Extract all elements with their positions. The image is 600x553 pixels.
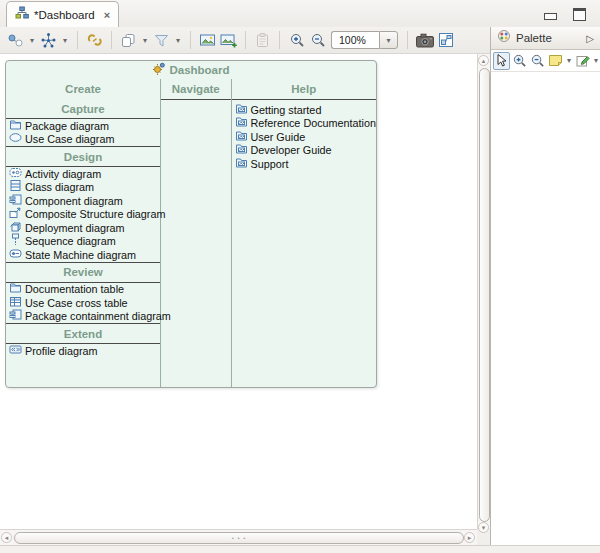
toolbar-separator xyxy=(407,31,408,49)
item-getting-started[interactable]: Getting started xyxy=(232,103,376,117)
toolbar-separator xyxy=(111,31,112,49)
layout-button[interactable] xyxy=(39,30,58,50)
item-package-diagram[interactable]: Package diagram xyxy=(6,119,160,133)
item-composite-structure-diagram[interactable]: Composite Structure diagram xyxy=(6,208,160,222)
palette-header[interactable]: Palette ▷ xyxy=(491,27,600,50)
item-component-diagram[interactable]: Component diagram xyxy=(6,194,160,208)
scroll-up-icon: ▴ xyxy=(482,57,486,64)
component-icon xyxy=(9,307,22,325)
link-button[interactable] xyxy=(85,30,104,50)
palette-zoom-out-button[interactable] xyxy=(529,52,546,70)
item-package-containment-diagram[interactable]: Package containment diagram xyxy=(6,310,160,324)
help-folder-icon xyxy=(235,155,248,173)
use-case-ellipse-icon xyxy=(9,130,22,148)
tab-close-icon[interactable]: × xyxy=(104,9,110,21)
palette-icon xyxy=(497,29,511,47)
item-deployment-diagram[interactable]: Deployment diagram xyxy=(6,221,160,235)
gear-actor-icon xyxy=(152,61,165,79)
extend-section-header: Extend xyxy=(6,323,160,344)
add-image-button[interactable] xyxy=(219,30,238,50)
diagram-overview-button[interactable] xyxy=(436,30,455,50)
copy-button[interactable] xyxy=(119,30,138,50)
item-state-machine-diagram[interactable]: State Machine diagram xyxy=(6,248,160,262)
note-tool-dropdown-icon[interactable]: ▾ xyxy=(565,56,573,65)
scroll-up-button[interactable]: ▴ xyxy=(478,55,489,66)
item-support[interactable]: Support xyxy=(232,157,376,171)
note-tool-button[interactable] xyxy=(547,52,564,70)
horizontal-scrollbar-thumb[interactable]: • • • xyxy=(14,532,464,544)
filter-dropdown-icon[interactable]: ▾ xyxy=(173,36,183,45)
chevron-down-icon: ▾ xyxy=(384,36,394,45)
horizontal-scrollbar[interactable]: ◂ • • • ▸ xyxy=(0,529,477,545)
editor-tab-bar: *Dashboard × xyxy=(0,0,600,27)
arrange-button[interactable] xyxy=(6,30,25,50)
scroll-right-button[interactable]: ▸ xyxy=(464,532,475,543)
text-note-tool-dropdown-icon[interactable]: ▾ xyxy=(592,56,600,65)
design-section-header: Design xyxy=(6,146,160,167)
item-activity-diagram[interactable]: Activity diagram xyxy=(6,167,160,181)
item-documentation-table[interactable]: Documentation table xyxy=(6,283,160,297)
toolbar-separator xyxy=(190,31,191,49)
zoom-level-dropdown-button[interactable]: ▾ xyxy=(379,31,398,49)
dashboard-panel: Dashboard Create Capture Package diagram… xyxy=(5,60,377,388)
dashboard-columns: Create Capture Package diagram Use Case … xyxy=(6,79,376,387)
palette-panel: Palette ▷ ▾ ▾ xyxy=(490,27,600,545)
review-section-header: Review xyxy=(6,262,160,283)
scroll-down-button[interactable]: ▾ xyxy=(478,522,489,533)
profile-diagram-icon xyxy=(9,342,22,360)
create-header: Create xyxy=(6,79,160,99)
window-bottom-strip xyxy=(0,545,600,553)
arrange-dropdown-icon[interactable]: ▾ xyxy=(27,36,37,45)
filter-button[interactable] xyxy=(152,30,171,50)
tab-dashboard[interactable]: *Dashboard × xyxy=(6,1,119,27)
palette-zoom-in-button[interactable] xyxy=(511,52,528,70)
vertical-scrollbar-thumb[interactable] xyxy=(479,68,490,522)
scroll-right-icon: ▸ xyxy=(468,534,472,541)
image-button[interactable] xyxy=(198,30,217,50)
palette-title: Palette xyxy=(516,32,581,44)
item-profile-diagram[interactable]: Profile diagram xyxy=(6,344,160,358)
navigate-header: Navigate xyxy=(161,79,231,100)
snapshot-button[interactable] xyxy=(415,30,434,50)
capture-section-header: Capture xyxy=(6,99,160,119)
zoom-level-value[interactable]: 100% xyxy=(331,31,379,49)
item-sequence-diagram[interactable]: Sequence diagram xyxy=(6,235,160,249)
navigate-column: Navigate xyxy=(161,79,232,387)
zoom-level-combo: 100% ▾ xyxy=(331,31,398,49)
scroll-left-icon: ◂ xyxy=(5,534,9,541)
dashboard-tab-icon xyxy=(15,6,29,24)
palette-tools: ▾ ▾ xyxy=(491,50,600,72)
view-window-controls xyxy=(544,8,586,21)
copy-dropdown-icon[interactable]: ▾ xyxy=(140,36,150,45)
scroll-left-button[interactable]: ◂ xyxy=(1,532,12,543)
diagram-toolbar: ▾ ▾ ▾ ▾ 100% ▾ xyxy=(0,27,490,54)
paste-button-disabled[interactable] xyxy=(253,30,272,50)
dashboard-title: Dashboard xyxy=(169,64,229,76)
create-column: Create Capture Package diagram Use Case … xyxy=(6,79,161,387)
text-note-tool-button[interactable] xyxy=(574,52,591,70)
item-use-case-diagram[interactable]: Use Case diagram xyxy=(6,133,160,147)
help-column: Help Getting started Reference Documenta… xyxy=(232,79,376,387)
application-window: *Dashboard × ▾ ▾ ▾ ▾ 100% ▾ xyxy=(0,0,600,553)
item-class-diagram[interactable]: Class diagram xyxy=(6,181,160,195)
toolbar-separator xyxy=(77,31,78,49)
item-reference-documentation[interactable]: Reference Documentation xyxy=(232,117,376,131)
vertical-scrollbar[interactable]: ▴ ▾ xyxy=(477,54,490,529)
dashboard-title-row: Dashboard xyxy=(6,61,376,79)
minimize-view-button[interactable] xyxy=(544,13,557,20)
layout-dropdown-icon[interactable]: ▾ xyxy=(60,36,70,45)
item-use-case-cross-table[interactable]: Use Case cross table xyxy=(6,296,160,310)
scrollbar-grip: • • • xyxy=(232,535,247,541)
tab-title: *Dashboard xyxy=(34,9,95,21)
diagram-canvas[interactable]: Dashboard Create Capture Package diagram… xyxy=(0,54,477,529)
maximize-view-button[interactable] xyxy=(573,8,586,21)
zoom-out-button[interactable] xyxy=(308,30,327,50)
palette-collapse-icon[interactable]: ▷ xyxy=(586,33,594,44)
zoom-in-button[interactable] xyxy=(287,30,306,50)
scroll-down-icon: ▾ xyxy=(482,524,486,531)
item-user-guide[interactable]: User Guide xyxy=(232,130,376,144)
select-tool-button[interactable] xyxy=(493,52,510,70)
toolbar-separator xyxy=(279,31,280,49)
help-header: Help xyxy=(232,79,376,100)
item-developer-guide[interactable]: Developer Guide xyxy=(232,144,376,158)
